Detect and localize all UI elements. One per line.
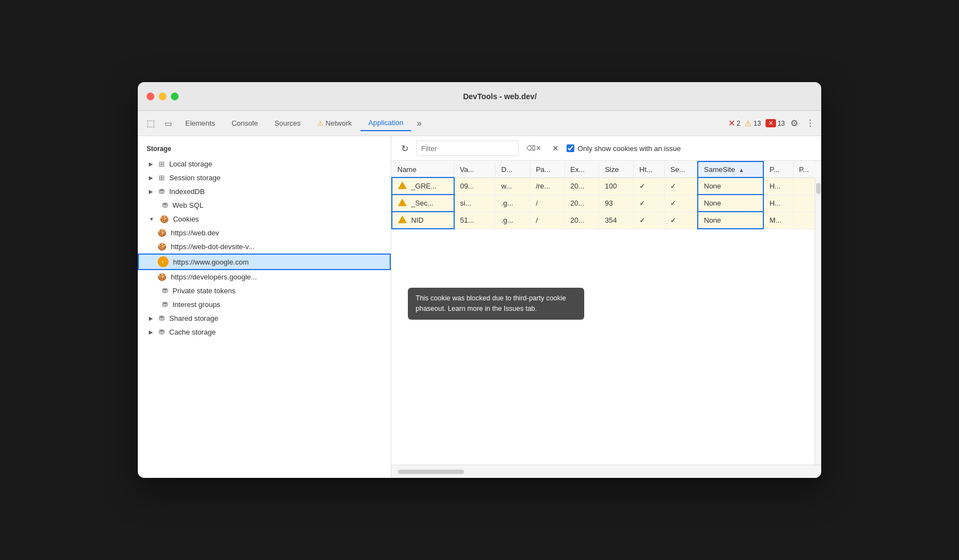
cell-secure: ✓ [665,195,698,212]
table-row[interactable]: ! _GRE... 09... w... /re... 20... 100 ✓ [392,177,821,195]
grid-icon: ⊞ [159,174,165,182]
cell-p1: H... [763,195,793,212]
main-content: Storage ▶ ⊞ Local storage ▶ ⊞ Session st… [138,136,821,478]
window-title: DevTools - web.dev/ [187,92,812,101]
col-header-expires[interactable]: Ex... [564,161,599,177]
arrow-down-icon: ▼ [149,216,154,222]
sidebar-item-cookie-developers[interactable]: 🍪 https://developers.google... [138,270,391,284]
cell-secure: ✓ [665,177,698,195]
cookie-table: Name Va... D... Pa... Ex... Size Ht... S… [391,161,821,465]
devtools-window: DevTools - web.dev/ ⬚ ▭ Elements Console… [138,82,821,478]
cylinder-icon: ⛃ [162,201,168,209]
issue-filter-checkbox-label[interactable]: Only show cookies with an issue [567,144,681,153]
minimize-button[interactable] [159,93,166,100]
sidebar: Storage ▶ ⊞ Local storage ▶ ⊞ Session st… [138,136,391,478]
col-header-size[interactable]: Size [599,161,634,177]
vertical-scrollbar[interactable] [815,161,821,465]
cell-samesite: None [698,195,763,212]
cylinder-icon: ⛃ [162,300,168,309]
device-icon[interactable]: ▭ [160,116,176,131]
arrow-icon: ▶ [149,161,153,167]
sidebar-item-interest-groups[interactable]: ⛃ Interest groups [138,298,391,311]
refresh-button[interactable]: ↻ [398,141,412,156]
sidebar-item-session-storage[interactable]: ▶ ⊞ Session storage [138,171,391,185]
more-tabs-button[interactable]: » [412,115,426,132]
inspect-icon[interactable]: ⬚ [142,115,159,132]
clear-filters-button[interactable]: ⌫✕ [523,142,545,154]
cylinder-icon: ⛃ [162,287,168,295]
sidebar-item-cookie-devsite[interactable]: 🍪 https://web-dot-devsite-v... [138,240,391,254]
clear-button[interactable]: ✕ [549,142,562,155]
col-header-p1[interactable]: P... [763,161,793,177]
col-header-samesite[interactable]: SameSite ▲ [698,161,763,177]
more-options-icon[interactable]: ⋮ [804,115,817,132]
sidebar-item-private-state-tokens[interactable]: ⛃ Private state tokens [138,284,391,298]
scroll-thumb[interactable] [398,470,464,474]
cell-value: 09... [454,177,495,195]
table-row[interactable]: ! _Sec... si... .g... / 20... 93 ✓ [392,195,821,212]
table-row[interactable]: ! NID 51... .g... / 20... 354 ✓ ✓ [392,212,821,229]
tab-elements[interactable]: Elements [177,116,223,131]
tabbar: ⬚ ▭ Elements Console Sources ⚠ Network A… [138,111,821,136]
sort-icon: ▲ [739,167,744,173]
network-warning-icon: ⚠ [317,120,324,127]
horizontal-scrollbar[interactable] [396,470,817,474]
col-header-value[interactable]: Va... [454,161,495,177]
cell-path: /re... [530,177,565,195]
cell-httponly: ✓ [634,177,665,195]
cell-expires: 20... [564,195,599,212]
cylinder-icon: ⛃ [159,328,165,336]
cookie-icon: 🍪 [160,215,169,223]
sidebar-item-cache-storage[interactable]: ▶ ⛃ Cache storage [138,325,391,339]
tab-console[interactable]: Console [224,116,266,131]
cell-name: ! NID [392,212,454,229]
filter-input[interactable] [416,141,519,156]
titlebar: DevTools - web.dev/ [138,82,821,111]
col-header-secure[interactable]: Se... [665,161,698,177]
issues-badge[interactable]: ✕ 13 [766,119,785,127]
grid-icon: ⊞ [159,160,165,168]
sidebar-item-local-storage[interactable]: ▶ ⊞ Local storage [138,157,391,171]
sidebar-section-storage: Storage [138,143,391,157]
arrow-icon: ▶ [149,175,153,181]
warning-badge[interactable]: ⚠ 13 [745,119,761,128]
cell-value: 51... [454,212,495,229]
error-badge[interactable]: ✕ 2 [728,118,741,128]
cell-size: 354 [599,212,634,229]
arrow-icon: ▶ [149,329,153,335]
cell-name: ! _Sec... [392,195,454,212]
sidebar-item-cookie-google[interactable]: ! https://www.google.com [138,254,391,270]
badge-area: ✕ 2 ⚠ 13 ✕ 13 [728,118,785,128]
cell-size: 93 [599,195,634,212]
settings-icon[interactable]: ⚙ [786,115,802,132]
main-panel: ↻ ⌫✕ ✕ Only show cookies with an issue N… [391,136,821,478]
tab-sources[interactable]: Sources [267,116,309,131]
sidebar-item-cookies[interactable]: ▼ 🍪 Cookies [138,212,391,226]
cell-size: 100 [599,177,634,195]
tab-application[interactable]: Application [360,115,411,131]
sidebar-item-indexeddb[interactable]: ▶ ⛃ IndexedDB [138,185,391,198]
toolbar: ↻ ⌫✕ ✕ Only show cookies with an issue [391,136,821,161]
scrollbar-thumb[interactable] [816,183,821,194]
close-button[interactable] [147,93,154,100]
col-header-path[interactable]: Pa... [530,161,565,177]
arrow-icon: ▶ [149,189,153,195]
col-header-p2[interactable]: P... [793,161,821,177]
arrow-icon: ▶ [149,315,153,321]
traffic-lights [147,93,179,100]
col-header-domain[interactable]: D... [495,161,530,177]
cell-path: / [530,195,565,212]
tab-network[interactable]: ⚠ Network [310,116,360,131]
col-header-name[interactable]: Name [392,161,454,177]
cookie-icon: 🍪 [158,243,166,251]
sidebar-item-shared-storage[interactable]: ▶ ⛃ Shared storage [138,311,391,325]
sidebar-item-cookie-web-dev[interactable]: 🍪 https://web.dev [138,226,391,240]
sidebar-item-web-sql[interactable]: ⛃ Web SQL [138,198,391,212]
warning-badge-icon: ! [158,256,169,267]
issue-filter-checkbox[interactable] [567,144,574,152]
col-header-httponly[interactable]: Ht... [634,161,665,177]
cell-samesite: None [698,177,763,195]
maximize-button[interactable] [171,93,179,100]
cylinder-icon: ⛃ [159,314,165,322]
cell-httponly: ✓ [634,195,665,212]
